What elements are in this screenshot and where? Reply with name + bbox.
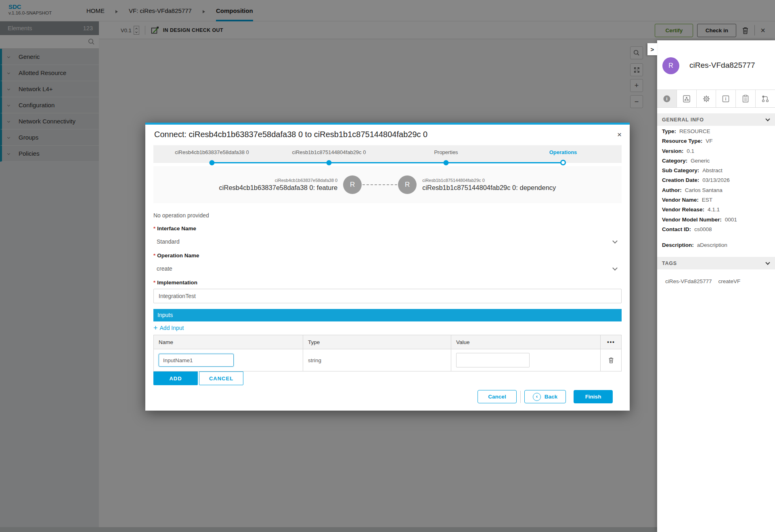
input-type-value: string <box>303 349 451 371</box>
gear-icon <box>702 94 711 103</box>
interface-name-select[interactable]: Standard <box>153 238 622 246</box>
target-node-id: ciResb1b1c875144804fab29c 0 <box>422 178 556 183</box>
column-value: Value <box>451 335 601 349</box>
tags-list: ciRes-VFda825777 createVF <box>665 278 740 284</box>
info-field: Category:Generic <box>662 156 737 166</box>
tab-settings[interactable] <box>697 90 716 107</box>
info-circle-icon: i <box>662 94 671 103</box>
operation-name-label: *Operation Name <box>153 252 622 259</box>
column-menu-dots: ●●● <box>601 335 621 349</box>
svg-text:i: i <box>725 97 727 101</box>
tag: ciRes-VFda825777 <box>665 278 712 284</box>
column-name: Name <box>154 335 303 349</box>
screen: SDC v.1.16.0-SNAPSHOT HOME VF: ciRes-VFd… <box>0 0 775 532</box>
step-dot[interactable] <box>444 160 449 165</box>
inputs-table-header: Name Type Value ●●● <box>154 335 621 349</box>
panel-collapse-button[interactable]: > <box>647 43 657 55</box>
chevron-down-icon <box>612 238 618 244</box>
info-field: Vendor Name:EST <box>662 195 737 205</box>
source-node-icon: R <box>343 175 362 194</box>
info-field: Contact ID:cs0008 <box>662 225 737 234</box>
back-button[interactable]: ‹ Back <box>524 390 566 403</box>
modal-footer: Cancel ‹ Back Finish <box>478 390 613 403</box>
plus-icon: + <box>153 325 158 331</box>
step-dot[interactable] <box>327 160 332 165</box>
column-type: Type <box>303 335 451 349</box>
composition-icon <box>682 94 691 103</box>
modal-title: Connect: ciResb4cb1b63837e58dafa38 0 to … <box>154 130 621 139</box>
tab-relations[interactable] <box>756 90 775 107</box>
resource-info-panel: > R ciRes-VFda825777 i <box>657 40 775 532</box>
general-info-section-header[interactable]: GENERAL INFO <box>657 113 775 126</box>
info-field: Vendor Model Number:0001 <box>662 215 737 225</box>
delete-input-row-button[interactable] <box>607 355 616 365</box>
tag: createVF <box>718 278 741 284</box>
info-field: Author:Carlos Santana <box>662 186 737 195</box>
tab-details[interactable]: i <box>716 90 736 107</box>
avatar: R <box>662 57 679 74</box>
tab-composition[interactable] <box>677 90 697 107</box>
add-input-link[interactable]: + Add Input <box>153 325 184 331</box>
description-field: Description:aDescription <box>662 242 727 248</box>
wizard-progress-line <box>212 162 563 163</box>
resource-title: ciRes-VFda825777 <box>689 61 755 70</box>
input-value-field[interactable] <box>456 353 530 367</box>
info-field: Creation Date:03/13/2026 <box>662 175 737 185</box>
add-button[interactable]: ADD <box>153 371 198 385</box>
info-field: Vendor Release:4.1.1 <box>662 205 737 215</box>
step-dot[interactable] <box>209 160 215 165</box>
general-info-fields: Type:RESOURCE Resource Type:VF Version:0… <box>662 127 737 234</box>
source-node-label: ciResb4cb1b63837e58dafa38 0: feature <box>219 184 338 192</box>
operation-name-select[interactable]: create <box>153 265 622 273</box>
tab-information[interactable]: i <box>657 90 677 107</box>
info-square-icon: i <box>721 94 730 103</box>
svg-text:i: i <box>666 96 667 101</box>
connection-diagram: ciResb4cb1b63837e58dafa38 0 ciResb4cb1b6… <box>153 166 622 203</box>
relations-graph-icon <box>761 94 770 103</box>
footer-divider <box>520 391 521 403</box>
inputs-table-row: string <box>154 349 621 371</box>
tags-section-header[interactable]: TAGS <box>657 257 775 269</box>
info-field: Resource Type:VF <box>662 136 737 146</box>
chevron-down-icon <box>612 265 618 271</box>
finish-button[interactable]: Finish <box>574 390 613 403</box>
info-field: Sub Category:Abstract <box>662 166 737 175</box>
info-field: Type:RESOURCE <box>662 127 737 136</box>
source-node-id: ciResb4cb1b63837e58dafa38 0 <box>219 178 338 183</box>
cancel-button[interactable]: Cancel <box>478 390 517 403</box>
back-arrow-icon: ‹ <box>533 393 541 401</box>
trash-icon <box>608 357 614 363</box>
inputs-section-header: Inputs <box>153 309 622 321</box>
inputs-table: Name Type Value ●●● string <box>153 335 622 371</box>
target-node-icon: R <box>398 175 417 194</box>
clipboard-icon <box>741 94 750 103</box>
modal-close-button[interactable]: × <box>617 130 622 139</box>
cancel-row-button[interactable]: CANCEL <box>199 371 243 385</box>
interface-name-label: *Interface Name <box>153 225 622 232</box>
dashed-connector <box>362 184 397 185</box>
implementation-label: *Implementation <box>153 280 622 286</box>
chevron-down-icon <box>765 117 770 121</box>
info-field: Version:0.1 <box>662 146 737 156</box>
tab-requirements[interactable] <box>736 90 756 107</box>
wizard-steps: ciResb4cb1b63837e58dafa38 0 ciResb1b1c87… <box>153 145 622 163</box>
input-name-field[interactable] <box>159 354 234 367</box>
no-operation-text: No operation provided <box>153 212 622 219</box>
connect-wizard-modal: Connect: ciResb4cb1b63837e58dafa38 0 to … <box>145 123 630 411</box>
target-node-label: ciResb1b1c875144804fab29c 0: dependency <box>422 184 556 192</box>
implementation-input[interactable] <box>153 289 622 303</box>
chevron-down-icon <box>765 260 770 265</box>
step-dot-current[interactable] <box>560 160 566 165</box>
panel-tabs: i <box>657 90 775 108</box>
